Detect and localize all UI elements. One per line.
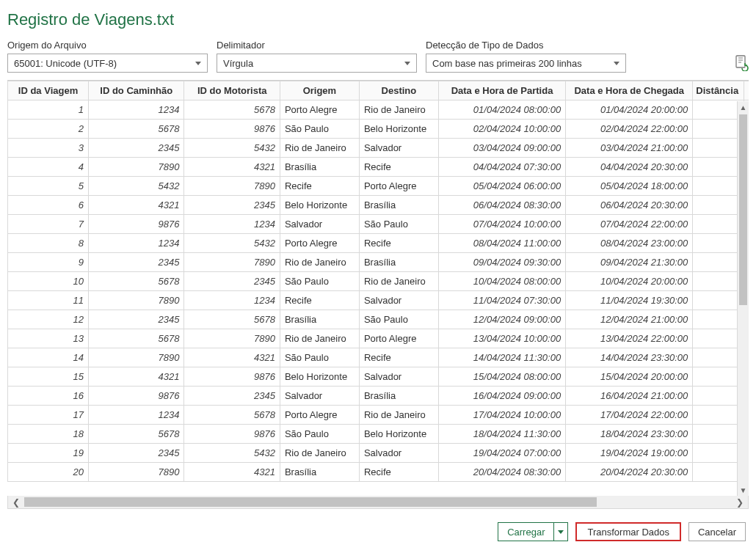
cell-truck: 5678 (89, 425, 184, 444)
transform-data-button[interactable]: Transformar Dados (575, 522, 681, 541)
cell-driver: 2345 (184, 272, 280, 291)
cell-dep: 12/04/2024 09:00:00 (438, 310, 565, 329)
cell-truck: 7890 (89, 291, 184, 310)
horizontal-scroll-track[interactable] (24, 496, 732, 508)
cell-orig: Salvador (280, 215, 359, 234)
cell-dist (693, 253, 744, 272)
refresh-icon[interactable] (734, 55, 749, 71)
table-row: 798761234SalvadorSão Paulo07/04/2024 10:… (8, 215, 749, 234)
load-button-caret[interactable] (554, 523, 567, 541)
file-origin-value: 65001: Unicode (UTF-8) (14, 58, 117, 69)
cell-arr: 19/04/2024 19:00:00 (566, 444, 693, 463)
data-type-detect-dropdown[interactable]: Com base nas primeiras 200 linhas (426, 54, 626, 73)
delimiter-dropdown[interactable]: Vírgula (217, 54, 417, 73)
scroll-right-arrow-icon[interactable]: ❯ (732, 497, 748, 508)
cell-orig: Recife (280, 291, 359, 310)
cell-id: 10 (8, 272, 89, 291)
cell-dist (693, 387, 744, 406)
cell-dest: Porto Alegre (359, 177, 438, 196)
col-header: ID do Caminhão (89, 81, 184, 100)
scroll-down-arrow-icon[interactable]: ▼ (738, 484, 749, 496)
cell-dest: Rio de Janeiro (359, 406, 438, 425)
svg-rect-0 (736, 56, 745, 67)
cell-dist (693, 463, 744, 482)
vertical-scroll-thumb[interactable] (739, 114, 747, 305)
col-header: ID do Motorista (184, 81, 280, 100)
cell-arr: 11/04/2024 19:30:00 (566, 291, 693, 310)
table-header-row: ID da Viagem ID do Caminhão ID do Motori… (8, 81, 749, 100)
cell-arr: 17/04/2024 22:00:00 (566, 406, 693, 425)
cell-arr: 20/04/2024 20:30:00 (566, 463, 693, 482)
table-row: 1698762345SalvadorBrasília16/04/2024 09:… (8, 387, 749, 406)
cell-arr: 14/04/2024 23:30:00 (566, 348, 693, 367)
cell-driver: 2345 (184, 387, 280, 406)
table-row: 1356787890Rio de JaneiroPorto Alegre13/0… (8, 329, 749, 348)
load-button[interactable]: Carregar (498, 523, 554, 541)
vertical-scrollbar[interactable]: ▲ ▼ (737, 101, 749, 496)
cell-orig: São Paulo (280, 348, 359, 367)
cell-id: 1 (8, 100, 89, 120)
file-origin-dropdown[interactable]: 65001: Unicode (UTF-8) (7, 54, 208, 73)
cell-truck: 2345 (89, 444, 184, 463)
cell-driver: 5678 (184, 100, 280, 120)
cell-dest: Salvador (359, 444, 438, 463)
cell-id: 15 (8, 367, 89, 387)
cell-dist (693, 348, 744, 367)
table-row: 1056782345São PauloRio de Janeiro10/04/2… (8, 272, 749, 291)
table-row: 1178901234RecifeSalvador11/04/2024 07:30… (8, 291, 749, 310)
cell-dest: São Paulo (359, 215, 438, 234)
cell-id: 14 (8, 348, 89, 367)
horizontal-scroll-thumb[interactable] (24, 497, 597, 507)
load-split-button: Carregar (498, 522, 568, 541)
cell-dep: 02/04/2024 10:00:00 (438, 120, 565, 139)
cell-truck: 5678 (89, 120, 184, 139)
cell-orig: Belo Horizonte (280, 367, 359, 387)
cell-orig: Porto Alegre (280, 234, 359, 253)
cell-id: 19 (8, 444, 89, 463)
cell-dist (693, 120, 744, 139)
cell-orig: Brasília (280, 158, 359, 177)
cell-dest: Belo Horizonte (359, 120, 438, 139)
table-row: 1223455678BrasíliaSão Paulo12/04/2024 09… (8, 310, 749, 329)
cell-id: 16 (8, 387, 89, 406)
cell-orig: São Paulo (280, 425, 359, 444)
cell-arr: 03/04/2024 21:00:00 (566, 139, 693, 158)
cell-driver: 5432 (184, 139, 280, 158)
cell-orig: Recife (280, 177, 359, 196)
cell-dep: 14/04/2024 11:30:00 (438, 348, 565, 367)
cell-id: 4 (8, 158, 89, 177)
cell-orig: Belo Horizonte (280, 196, 359, 215)
cell-dest: Recife (359, 158, 438, 177)
cell-arr: 05/04/2024 18:00:00 (566, 177, 693, 196)
cell-dep: 07/04/2024 10:00:00 (438, 215, 565, 234)
cell-truck: 4321 (89, 196, 184, 215)
cell-dist (693, 406, 744, 425)
cell-dest: Rio de Janeiro (359, 272, 438, 291)
cell-dist (693, 272, 744, 291)
col-header: ID da Viagem (8, 81, 89, 100)
cell-id: 5 (8, 177, 89, 196)
cell-truck: 9876 (89, 387, 184, 406)
dialog-footer: Carregar Transformar Dados Cancelar (7, 509, 749, 550)
cell-dep: 10/04/2024 08:00:00 (438, 272, 565, 291)
scroll-left-arrow-icon[interactable]: ❮ (8, 497, 24, 508)
cell-driver: 5432 (184, 234, 280, 253)
col-header: Data e Hora de Partida (438, 81, 565, 100)
cell-arr: 04/04/2024 20:30:00 (566, 158, 693, 177)
cancel-button[interactable]: Cancelar (688, 522, 746, 541)
scroll-up-arrow-icon[interactable]: ▲ (738, 101, 749, 113)
table-row: 923457890Rio de JaneiroBrasília09/04/202… (8, 253, 749, 272)
cell-orig: Salvador (280, 387, 359, 406)
cell-dist (693, 291, 744, 310)
cell-dest: Recife (359, 234, 438, 253)
col-header-scroll-spacer (744, 81, 749, 100)
cell-dep: 15/04/2024 08:00:00 (438, 367, 565, 387)
cell-id: 11 (8, 291, 89, 310)
cell-dist (693, 139, 744, 158)
cell-dep: 01/04/2024 08:00:00 (438, 100, 565, 120)
horizontal-scrollbar[interactable]: ❮ ❯ (7, 496, 749, 509)
cell-dist (693, 444, 744, 463)
cell-truck: 5432 (89, 177, 184, 196)
cell-dest: Porto Alegre (359, 329, 438, 348)
preview-table: ID da Viagem ID do Caminhão ID do Motori… (7, 81, 749, 482)
